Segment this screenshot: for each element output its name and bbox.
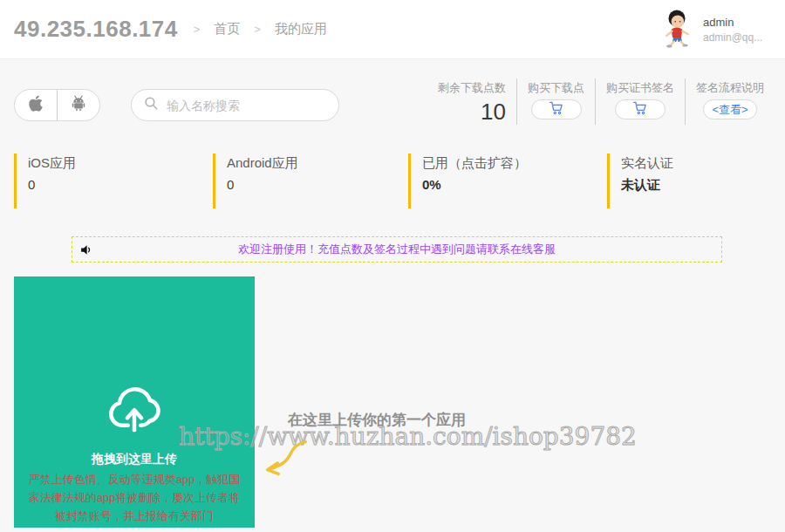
stat-label: 实名认证 xyxy=(621,155,673,172)
breadcrumb-my-apps[interactable]: 我的应用 xyxy=(275,21,327,38)
avatar xyxy=(659,8,694,51)
stat-label: Android应用 xyxy=(227,155,298,172)
platform-segmented-control xyxy=(14,89,100,121)
site-title: 49.235.168.174 xyxy=(14,16,178,43)
stat-label: iOS应用 xyxy=(28,155,76,172)
android-icon xyxy=(70,94,87,116)
buy-cert-button[interactable] xyxy=(615,99,666,119)
upload-dropzone[interactable]: 拖拽到这里上传 严禁上传色情、反动等违规类app，触犯国家法律法规的app将被删… xyxy=(14,276,255,528)
breadcrumb-separator: > xyxy=(194,23,201,36)
drop-label: 拖拽到这里上传 xyxy=(14,452,255,467)
search-icon xyxy=(144,96,159,114)
search-input[interactable] xyxy=(167,99,326,113)
breadcrumb-separator: > xyxy=(254,23,261,36)
sign-guide-cell: 签名流程说明 <查看> xyxy=(685,78,775,125)
cart-icon xyxy=(549,101,564,119)
stat-usage-expand[interactable]: 已用（点击扩容） 0% xyxy=(408,153,527,208)
search-box xyxy=(131,89,339,121)
sign-guide-view-button[interactable]: <查看> xyxy=(703,99,757,119)
user-name: admin xyxy=(703,16,771,29)
user-email: admin@qq... xyxy=(703,31,771,44)
buy-cert-label: 购买证书签名 xyxy=(606,80,674,96)
announcement-text: 欢迎注册使用！充值点数及签名过程中遇到问题请联系在线客服 xyxy=(238,242,556,257)
breadcrumb-home[interactable]: 首页 xyxy=(214,21,240,38)
speaker-icon xyxy=(79,242,94,261)
user-meta: admin admin@qq... xyxy=(703,16,771,44)
header: 49.235.168.174 > 首页 > 我的应用 xyxy=(0,0,785,59)
toolbar-right: 剩余下载点数 10 购买下载点 购买证书签名 签名流程说明 <查看> xyxy=(427,78,775,125)
stat-value: 0 xyxy=(28,177,76,192)
buy-points-cell: 购买下载点 xyxy=(516,78,595,125)
page: 49.235.168.174 > 首页 > 我的应用 xyxy=(0,0,785,532)
user-menu[interactable]: admin admin@qq... xyxy=(659,8,771,51)
stat-android-apps: Android应用 0 xyxy=(213,153,298,208)
stat-ios-apps: iOS应用 0 xyxy=(14,153,76,208)
stat-value: 0% xyxy=(422,177,527,192)
stat-value: 未认证 xyxy=(621,177,673,194)
cloud-upload-icon xyxy=(104,381,165,439)
arrow-icon xyxy=(256,436,311,485)
watermark-text: https://www.huzhan.com/ishop39782 xyxy=(179,422,637,451)
platform-ios-button[interactable] xyxy=(15,90,58,120)
sign-guide-label: 签名流程说明 xyxy=(696,80,764,96)
buy-points-button[interactable] xyxy=(531,99,582,119)
platform-android-button[interactable] xyxy=(58,90,99,120)
stat-realname-auth: 实名认证 未认证 xyxy=(607,153,673,208)
stat-label: 已用（点击扩容） xyxy=(422,155,527,172)
buy-cert-cell: 购买证书签名 xyxy=(595,78,685,125)
apple-icon xyxy=(28,94,44,116)
cart-icon xyxy=(632,101,648,119)
buy-points-label: 购买下载点 xyxy=(528,80,584,96)
remaining-points: 剩余下载点数 10 xyxy=(427,78,516,125)
upload-warning-text: 严禁上传色情、反动等违规类app，触犯国家法律法规的app将被删除，屡次上传者将… xyxy=(14,471,255,525)
stat-value: 0 xyxy=(227,177,298,192)
announcement-bar: 欢迎注册使用！充值点数及签名过程中遇到问题请联系在线客服 xyxy=(72,236,722,263)
remaining-points-label: 剩余下载点数 xyxy=(438,80,506,96)
breadcrumb: > 首页 > 我的应用 xyxy=(194,21,327,38)
remaining-points-value: 10 xyxy=(481,100,506,123)
